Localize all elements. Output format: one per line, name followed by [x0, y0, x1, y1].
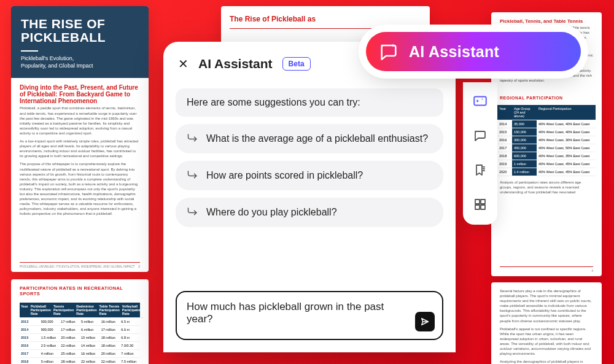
docR-table: YearAge Group (24 and above)Regional Par…: [491, 101, 602, 180]
prompt-input[interactable]: How much has pickleball grown in the pas…: [176, 291, 443, 340]
doc-page-bottom-left: PARTICIPATION RATES IN RECREATIONAL SPOR…: [11, 279, 149, 364]
divider: [230, 28, 421, 29]
stage: THE RISE OF PICKLEBALL Pickleball's Evol…: [0, 0, 614, 364]
send-icon: [420, 317, 430, 327]
doc1-body: Pickleball, a paddle sport that combines…: [11, 106, 149, 223]
beta-badge: Beta: [282, 57, 311, 71]
doc1-subtitle: Pickleball's Evolution, Popularity, and …: [21, 50, 101, 69]
reply-arrow-icon: [187, 168, 199, 183]
docBL-title: PARTICIPATION RATES IN RECREATIONAL SPOR…: [11, 279, 149, 298]
prompt-input-text: How much has pickleball grown in the pas…: [187, 301, 410, 325]
suggestion-text: Where do you play pickleball?: [206, 207, 337, 218]
suggestion-chip[interactable]: What is the average age of a pickleball …: [176, 124, 443, 153]
doc1-p3: The purpose of this whitepaper is to com…: [20, 161, 140, 216]
suggestions-intro: Here are some suggestions you can try:: [176, 88, 443, 117]
ai-assistant-button-label: AI Assistant: [409, 43, 499, 61]
suggestion-text: What is the average age of a pickleball …: [206, 133, 428, 144]
doc1-page-number: 2: [138, 265, 140, 268]
side-toolbar: [463, 82, 497, 225]
docR-caption: Analysis of participation rates across d…: [491, 180, 602, 201]
docR-footer: 4: [500, 266, 593, 273]
svg-rect-2: [481, 199, 485, 204]
grid-view-tool[interactable]: [471, 195, 489, 214]
doc1-hero: THE RISE OF PICKLEBALL Pickleball's Evol…: [11, 6, 149, 78]
panel-title: AI Assistant: [198, 56, 273, 71]
svg-rect-3: [475, 205, 480, 209]
doc1-footer: PICKLEBALL UNVEILED: ITS EVOLUTION, WIDE…: [20, 262, 140, 268]
grid-icon: [473, 197, 488, 212]
ai-assistant-button[interactable]: AI Assistant: [366, 32, 581, 71]
docBR-p2: Pickleball's appeal is not confined to s…: [500, 327, 593, 357]
suggestion-text: How are points scored in pickleball?: [206, 170, 363, 181]
doc1-title: THE RISE OF PICKLEBALL: [21, 17, 139, 44]
doc1-p1: Pickleball, a paddle sport that combines…: [20, 106, 140, 136]
bookmark-tool[interactable]: [471, 161, 489, 179]
panel-body: Here are some suggestions you can try: W…: [163, 77, 456, 285]
suggestion-chip[interactable]: Where do you play pickleball?: [176, 198, 443, 227]
send-button[interactable]: [415, 312, 435, 331]
docBR-body: Several factors play a role in the demog…: [491, 282, 602, 364]
chat-sparkle-icon: [378, 41, 399, 62]
docR-page-number: 4: [591, 269, 593, 273]
panel-footer: How much has pickleball grown in the pas…: [163, 285, 456, 352]
bookmark-icon: [473, 163, 488, 177]
docBL-table: YearPickleball Participation RateTennis …: [11, 298, 149, 364]
comment-icon: [473, 128, 488, 143]
comment-tool[interactable]: [471, 126, 489, 145]
docBR-p3: Analyzing the demographics of pickleball…: [500, 359, 593, 364]
svg-rect-1: [475, 199, 480, 204]
doc-mid-title: The Rise of Pickleball as: [221, 6, 430, 25]
svg-rect-4: [481, 205, 485, 209]
close-button[interactable]: ✕: [178, 58, 188, 70]
doc-page-1: THE RISE OF PICKLEBALL Pickleball's Evol…: [11, 6, 149, 272]
ai-star-icon: [472, 93, 488, 109]
docR-caption-text: Analysis of participation rates across d…: [500, 180, 593, 195]
docR-title: Pickleball, Tennis, and Table Tennis: [491, 12, 602, 25]
suggestion-chip[interactable]: How are points scored in pickleball?: [176, 161, 443, 190]
doc1-p2: As a low-impact sport with relatively si…: [20, 139, 140, 158]
doc-page-bottom-right: Several factors play a role in the demog…: [491, 282, 602, 364]
doc1-section-title: Diving into the Past, Present, and Futur…: [11, 78, 149, 106]
ai-star-tool[interactable]: [471, 92, 489, 110]
reply-arrow-icon: [187, 131, 199, 146]
reply-arrow-icon: [187, 205, 199, 220]
docR-section: REGIONAL PARTICIPATION: [491, 90, 602, 101]
ai-assistant-panel: ✕ AI Assistant Beta Here are some sugges…: [163, 42, 456, 352]
doc1-footer-left: PICKLEBALL UNVEILED: ITS EVOLUTION, WIDE…: [20, 265, 135, 268]
docBR-p1: Several factors play a role in the demog…: [500, 288, 593, 323]
